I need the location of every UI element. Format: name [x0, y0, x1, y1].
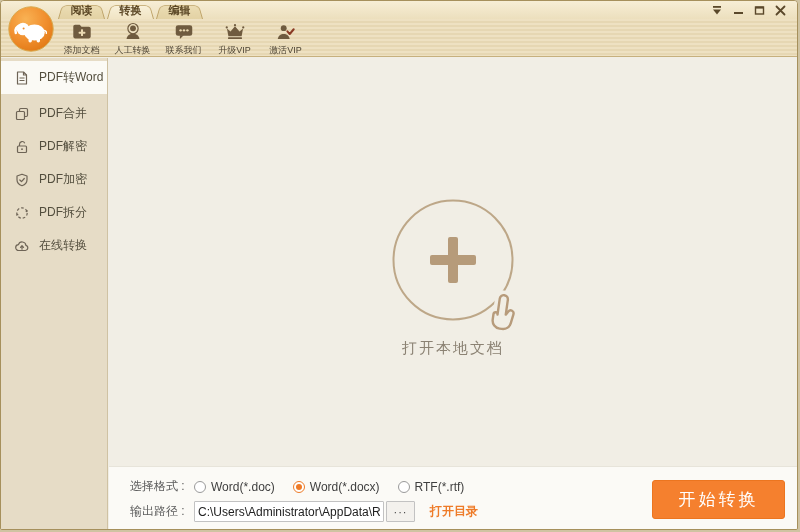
pdf-encrypt-icon: [14, 172, 30, 188]
output-path-label: 输出路径 :: [130, 503, 194, 520]
tool-label: 联系我们: [166, 44, 202, 57]
tab-edit[interactable]: 编辑: [156, 2, 203, 19]
tab-label: 转换: [107, 2, 154, 19]
sidebar-item-pdf-to-word[interactable]: PDF转Word: [1, 61, 107, 94]
tool-label: 激活VIP: [269, 44, 302, 57]
sidebar-item-label: 在线转换: [39, 237, 87, 254]
sidebar: PDF转Word PDF合并 PDF解密 PDF加密: [1, 58, 108, 529]
tool-label: 人工转换: [115, 44, 151, 57]
pdf-decrypt-icon: [14, 139, 30, 155]
sidebar-item-pdf-merge[interactable]: PDF合并: [1, 97, 107, 130]
dropzone-label: 打开本地文档: [391, 339, 515, 358]
radio-circle[interactable]: [194, 481, 206, 493]
contact-us-button[interactable]: 联系我们: [158, 21, 209, 57]
sidebar-item-label: PDF解密: [39, 138, 87, 155]
tab-label: 阅读: [58, 2, 105, 19]
sidebar-item-label: PDF转Word: [39, 69, 103, 86]
tab-label: 编辑: [156, 2, 203, 19]
output-path-input[interactable]: [194, 501, 384, 522]
pdf-merge-icon: [14, 106, 30, 122]
radio-label: RTF(*.rtf): [415, 480, 465, 494]
tap-hand-icon: [474, 287, 528, 341]
add-document-button[interactable]: 添加文档: [56, 21, 107, 57]
manual-convert-icon: [121, 21, 145, 43]
tool-label: 添加文档: [64, 44, 100, 57]
upgrade-vip-button[interactable]: 升级VIP: [209, 21, 260, 57]
sidebar-item-online-convert[interactable]: 在线转换: [1, 229, 107, 262]
radio-circle[interactable]: [398, 481, 410, 493]
menu-icon[interactable]: [710, 4, 724, 16]
window-controls: [710, 4, 787, 16]
tab-convert[interactable]: 转换: [107, 2, 154, 19]
add-document-icon: [70, 21, 94, 43]
start-convert-button[interactable]: 开始转换: [652, 480, 785, 519]
tab-read[interactable]: 阅读: [58, 2, 105, 19]
app-body: PDF转Word PDF合并 PDF解密 PDF加密: [1, 58, 797, 529]
radio-label: Word(*.doc): [211, 480, 275, 494]
radio-word-doc[interactable]: Word(*.doc): [194, 480, 275, 494]
titlebar: 阅读 转换 编辑: [1, 1, 797, 19]
open-directory-link[interactable]: 打开目录: [430, 503, 478, 520]
tool-label: 升级VIP: [218, 44, 251, 57]
sidebar-item-pdf-split[interactable]: PDF拆分: [1, 196, 107, 229]
manual-convert-button[interactable]: 人工转换: [107, 21, 158, 57]
radio-label: Word(*.docx): [310, 480, 380, 494]
pdf-to-word-icon: [14, 70, 30, 86]
activate-vip-icon: [274, 21, 298, 43]
app-window: 阅读 转换 编辑: [0, 0, 798, 530]
toolbar: 添加文档 人工转换 联系我们: [1, 19, 797, 57]
browse-button[interactable]: ···: [386, 501, 415, 522]
pdf-split-icon: [14, 205, 30, 221]
maximize-icon[interactable]: [752, 4, 766, 16]
online-convert-icon: [14, 238, 30, 254]
activate-vip-button[interactable]: 激活VIP: [260, 21, 311, 57]
open-local-document-dropzone[interactable]: 打开本地文档: [391, 198, 515, 358]
radio-rtf[interactable]: RTF(*.rtf): [398, 480, 465, 494]
close-icon[interactable]: [773, 4, 787, 16]
format-label: 选择格式 :: [130, 478, 194, 495]
sidebar-item-label: PDF加密: [39, 171, 87, 188]
app-logo[interactable]: [8, 6, 54, 52]
contact-us-icon: [172, 21, 196, 43]
main-area: 打开本地文档: [109, 58, 797, 466]
minimize-icon[interactable]: [731, 4, 745, 16]
upgrade-vip-icon: [223, 21, 247, 43]
footer-bar: 选择格式 : Word(*.doc) Word(*.docx) RTF(*.rt…: [109, 466, 797, 529]
radio-circle[interactable]: [293, 481, 305, 493]
sidebar-item-label: PDF拆分: [39, 204, 87, 221]
plus-icon: [448, 237, 458, 283]
radio-word-docx[interactable]: Word(*.docx): [293, 480, 380, 494]
ribbon-tabs: 阅读 转换 编辑: [58, 2, 205, 19]
sidebar-item-pdf-decrypt[interactable]: PDF解密: [1, 130, 107, 163]
sidebar-item-label: PDF合并: [39, 105, 87, 122]
elephant-logo-icon: [8, 6, 54, 52]
sidebar-item-pdf-encrypt[interactable]: PDF加密: [1, 163, 107, 196]
